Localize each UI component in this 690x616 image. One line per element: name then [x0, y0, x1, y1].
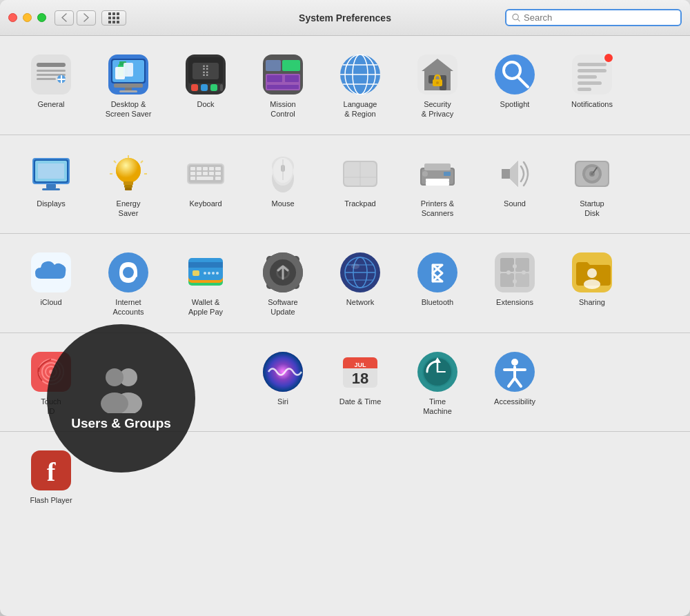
- pref-item-keyboard[interactable]: Keyboard: [168, 148, 243, 224]
- svg-rect-4: [37, 70, 66, 72]
- svg-rect-62: [46, 184, 56, 188]
- mission-control-icon: [262, 54, 304, 95]
- printers-scanners-label: Printers &Scanners: [421, 199, 454, 219]
- pref-item-time-machine[interactable]: TimeMachine: [400, 346, 475, 422]
- svg-point-120: [108, 252, 148, 292]
- pref-item-touch-id[interactable]: TouchID: [14, 346, 88, 422]
- svg-point-130: [216, 272, 219, 275]
- language-region-icon: [339, 54, 381, 95]
- pref-item-security-privacy[interactable]: Security& Privacy: [400, 48, 475, 125]
- svg-text:f: f: [47, 457, 57, 486]
- pref-item-sharing[interactable]: Sharing: [555, 246, 629, 323]
- svg-marker-111: [510, 161, 518, 187]
- network-icon: [339, 252, 381, 293]
- pref-item-network[interactable]: Network: [323, 246, 397, 323]
- date-time-label: Date & Time: [339, 397, 382, 406]
- pref-item-desktop-screen-saver[interactable]: Desktop &Screen Saver: [91, 48, 166, 125]
- pref-item-printers-scanners[interactable]: Printers &Scanners: [400, 148, 475, 224]
- pref-item-mission-control[interactable]: MissionControl: [246, 48, 320, 125]
- back-button[interactable]: [55, 10, 74, 26]
- pref-item-icloud[interactable]: iCloud: [14, 246, 88, 323]
- minimize-button[interactable]: [23, 13, 32, 22]
- svg-point-50: [495, 54, 535, 95]
- siri-icon: [262, 351, 304, 393]
- pref-item-spotlight[interactable]: Spotlight: [477, 48, 552, 125]
- svg-rect-80: [203, 167, 208, 170]
- general-icon: [30, 54, 72, 95]
- svg-rect-156: [506, 270, 511, 275]
- svg-rect-154: [500, 273, 514, 287]
- section-internet: iCloud InternetAccounts: [0, 234, 690, 333]
- pref-item-accessibility[interactable]: Accessibility: [477, 346, 552, 422]
- trackpad-icon: [339, 153, 381, 195]
- touch-id-label: TouchID: [41, 397, 61, 417]
- svg-rect-104: [424, 163, 451, 170]
- time-machine-icon: [417, 351, 458, 393]
- svg-rect-68: [124, 181, 133, 185]
- pref-item-mouse[interactable]: Mouse: [246, 148, 320, 224]
- svg-rect-79: [197, 167, 201, 170]
- search-input[interactable]: [524, 12, 675, 23]
- pref-item-wallet-applepay[interactable]: Wallet &Apple Pay: [168, 246, 243, 323]
- hardware-icons-grid: Displays: [14, 148, 676, 224]
- svg-rect-105: [426, 179, 449, 181]
- svg-line-72: [114, 161, 116, 163]
- search-bar[interactable]: [505, 9, 682, 26]
- svg-rect-58: [578, 88, 591, 91]
- svg-rect-152: [500, 258, 514, 272]
- section-other: f Flash Player: [0, 432, 690, 520]
- sound-icon: [494, 153, 535, 195]
- mouse-icon: [262, 153, 304, 195]
- displays-label: Displays: [37, 199, 66, 208]
- svg-rect-106: [426, 181, 449, 186]
- notifications-icon: [571, 54, 613, 95]
- pref-item-flash-player[interactable]: f Flash Player: [14, 444, 88, 510]
- pref-item-language-region[interactable]: Language& Region: [323, 48, 397, 125]
- svg-rect-155: [515, 273, 529, 287]
- siri-label: Siri: [277, 397, 288, 406]
- icloud-label: iCloud: [40, 297, 61, 307]
- printers-scanners-icon: [417, 153, 458, 195]
- spotlight-icon: [494, 54, 535, 95]
- grid-view-button[interactable]: [101, 10, 126, 26]
- close-button[interactable]: [8, 13, 17, 22]
- pref-item-trackpad[interactable]: Trackpad: [323, 148, 397, 224]
- pref-item-date-time[interactable]: JUL 18 Date & Time: [323, 346, 397, 422]
- maximize-button[interactable]: [37, 13, 46, 22]
- pref-item-software-update[interactable]: SoftwareUpdate: [246, 246, 320, 323]
- bluetooth-icon: [417, 252, 458, 293]
- pref-item-energy-saver[interactable]: EnergySaver: [91, 148, 166, 224]
- pref-item-dock[interactable]: ⣿ Dock: [168, 48, 243, 125]
- svg-rect-27: [220, 84, 223, 91]
- pref-item-siri[interactable]: Siri: [246, 346, 320, 422]
- svg-point-161: [587, 268, 597, 278]
- sharing-label: Sharing: [579, 297, 605, 307]
- extensions-label: Extensions: [496, 297, 533, 307]
- svg-rect-81: [209, 167, 214, 170]
- pref-item-internet-accounts[interactable]: InternetAccounts: [91, 246, 166, 323]
- wallet-applepay-icon: [185, 252, 226, 293]
- svg-rect-86: [209, 172, 214, 175]
- startup-disk-label: StartupDisk: [580, 199, 604, 219]
- svg-rect-84: [197, 172, 201, 175]
- desktop-screen-saver-icon: [108, 54, 149, 95]
- traffic-lights: [8, 13, 46, 22]
- svg-point-150: [417, 252, 457, 292]
- pref-item-general[interactable]: General: [14, 48, 88, 125]
- svg-rect-15: [115, 67, 125, 79]
- pref-item-bluetooth[interactable]: Bluetooth: [400, 246, 475, 323]
- pref-item-displays[interactable]: Displays: [14, 148, 88, 224]
- pref-item-notifications[interactable]: Notifications: [555, 48, 629, 125]
- forward-button[interactable]: [77, 10, 96, 26]
- pref-item-extensions[interactable]: Extensions: [477, 246, 552, 323]
- window-title: System Preferences: [299, 12, 391, 23]
- svg-rect-159: [522, 270, 526, 275]
- pref-item-sound[interactable]: Sound: [477, 148, 552, 224]
- flash-player-label: Flash Player: [30, 495, 72, 505]
- svg-point-67: [116, 158, 141, 183]
- svg-rect-107: [444, 172, 451, 176]
- svg-rect-65: [38, 163, 64, 179]
- pref-item-startup-disk[interactable]: StartupDisk: [555, 148, 629, 224]
- accessibility-label: Accessibility: [494, 397, 535, 406]
- svg-rect-37: [267, 85, 299, 89]
